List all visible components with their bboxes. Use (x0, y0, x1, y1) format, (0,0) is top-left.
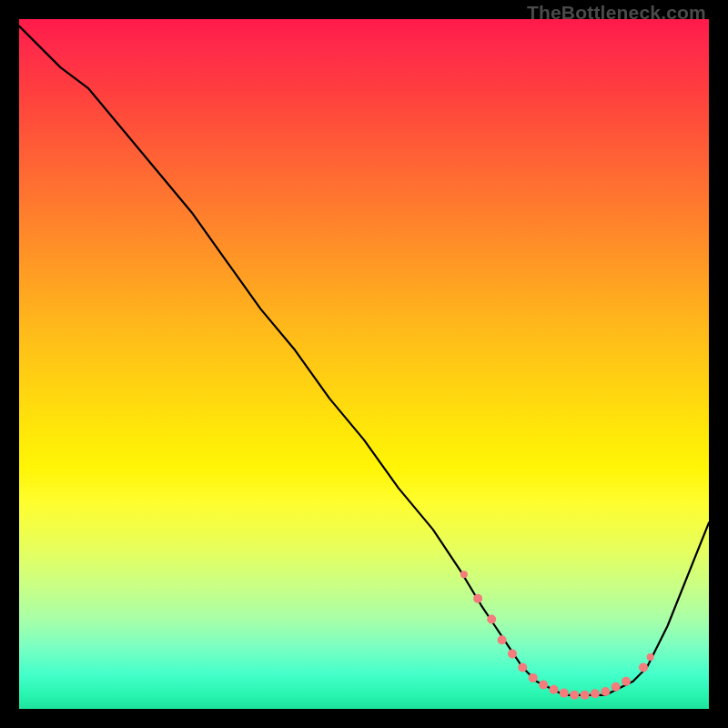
marker-dot (539, 681, 548, 690)
marker-dot (550, 685, 559, 694)
marker-dot (460, 571, 468, 578)
chart-container: TheBottleneck.com (0, 0, 728, 728)
marker-dot (570, 691, 579, 700)
marker-dot (508, 649, 517, 658)
marker-dot (601, 687, 610, 696)
marker-dot (639, 663, 648, 672)
marker-dot (518, 663, 527, 672)
marker-dot (647, 653, 654, 661)
attribution-text: TheBottleneck.com (527, 2, 706, 24)
marker-dot (498, 635, 507, 644)
optimal-range-markers (460, 571, 654, 700)
marker-dot (560, 689, 569, 698)
marker-dot (581, 691, 590, 700)
marker-dot (591, 689, 600, 698)
marker-dot (612, 682, 621, 692)
bottleneck-curve (19, 26, 709, 695)
marker-dot (622, 677, 631, 686)
curve-svg (19, 19, 709, 709)
marker-dot (529, 673, 538, 682)
marker-dot (473, 594, 482, 603)
marker-dot (487, 615, 496, 624)
plot-area (19, 19, 709, 709)
